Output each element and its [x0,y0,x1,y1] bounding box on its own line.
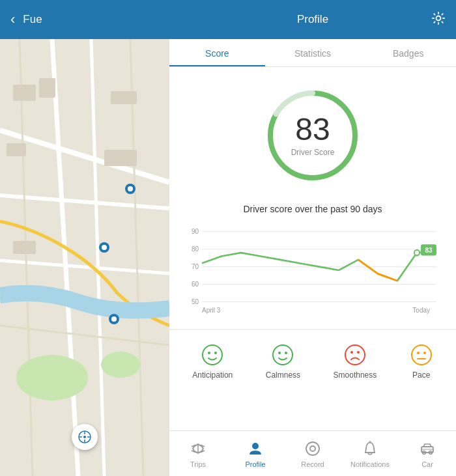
profile-nav-icon [246,440,264,458]
svg-point-53 [285,352,287,354]
profile-title: Profile [297,13,328,26]
bottom-nav: Trips Profile Record [169,430,456,476]
pace-label: Pace [412,371,430,380]
svg-point-9 [16,355,88,400]
svg-point-63 [306,442,319,455]
svg-point-59 [423,352,426,354]
score-circle: 83 Driver Score [264,87,362,184]
notifications-icon [361,440,379,458]
svg-text:60: 60 [192,280,199,287]
compass-button[interactable] [72,424,98,450]
car-icon [418,440,436,458]
trips-label: Trips [190,460,206,468]
pace-icon [410,343,433,367]
svg-rect-13 [111,91,137,104]
svg-rect-11 [13,85,36,101]
main-content: 83 Driver Score Driver score over the pa… [169,67,456,430]
right-panel: Profile Score Statistics Badges [169,0,456,476]
svg-point-48 [203,345,222,365]
svg-point-29 [436,16,441,20]
metric-anticipation: Anticipation [192,343,233,380]
svg-point-64 [310,446,315,451]
svg-point-18 [128,186,133,191]
map-background [0,0,169,476]
profile-nav-label: Profile [245,460,265,468]
svg-text:80: 80 [192,245,199,253]
tab-badges[interactable]: Badges [360,39,456,66]
svg-point-24 [83,436,86,438]
svg-point-50 [214,352,217,354]
chart-title: Driver score over the past 90 days [182,204,443,214]
svg-point-62 [252,443,259,449]
svg-point-10 [101,352,140,378]
svg-text:April 3: April 3 [202,306,221,313]
svg-point-51 [273,345,292,365]
svg-point-54 [345,345,365,365]
map-title: Fue [23,13,42,26]
svg-point-22 [111,316,117,322]
nav-item-trips[interactable]: Trips [169,431,227,476]
svg-rect-12 [39,78,55,98]
nav-item-notifications[interactable]: Notifications [341,431,399,476]
svg-text:50: 50 [192,298,199,305]
tab-score[interactable]: Score [169,39,265,66]
smoothness-icon [343,343,367,367]
svg-point-57 [412,345,431,365]
calmness-label: Calmness [266,371,300,380]
anticipation-label: Anticipation [192,371,233,380]
tab-statistics[interactable]: Statistics [265,39,361,66]
metrics-section: Anticipation Calmness [169,329,456,393]
profile-header: Profile [169,0,456,39]
svg-text:90: 90 [192,228,199,235]
chart-container: 90 80 70 60 50 83 April 3 [182,225,443,316]
score-number: 83 [291,114,335,145]
svg-rect-14 [7,143,26,156]
settings-button[interactable] [431,11,446,29]
svg-point-56 [357,351,360,354]
map-header: ‹ Fue [0,0,169,39]
record-icon [304,440,322,458]
metric-pace: Pace [410,343,433,380]
nav-item-car[interactable]: Car [399,431,456,476]
svg-point-49 [208,352,210,354]
chart-section: Driver score over the past 90 days 90 80… [169,197,456,329]
svg-point-43 [414,250,420,256]
svg-point-20 [102,245,107,250]
calmness-icon [271,343,294,367]
svg-rect-16 [13,241,36,254]
svg-text:70: 70 [192,263,199,270]
score-section: 83 Driver Score [169,67,456,197]
svg-point-55 [350,351,353,354]
svg-text:83: 83 [425,247,432,254]
svg-rect-15 [104,150,137,166]
trips-icon [189,440,207,458]
nav-item-record[interactable]: Record [284,431,341,476]
score-text: 83 Driver Score [291,114,335,157]
car-label: Car [421,460,433,468]
svg-text:Today: Today [412,306,430,313]
svg-point-58 [417,352,420,354]
svg-point-52 [278,352,281,354]
record-label: Record [301,460,324,468]
score-label: Driver Score [291,148,335,157]
metric-calmness: Calmness [266,343,300,380]
back-button[interactable]: ‹ [10,11,15,28]
anticipation-icon [201,343,224,367]
smoothness-label: Smoothness [334,371,377,380]
map-panel: ‹ Fue [0,0,169,476]
metric-smoothness: Smoothness [334,343,377,380]
tabs-bar: Score Statistics Badges [169,39,456,67]
notifications-label: Notifications [350,460,390,468]
nav-item-profile[interactable]: Profile [227,431,284,476]
